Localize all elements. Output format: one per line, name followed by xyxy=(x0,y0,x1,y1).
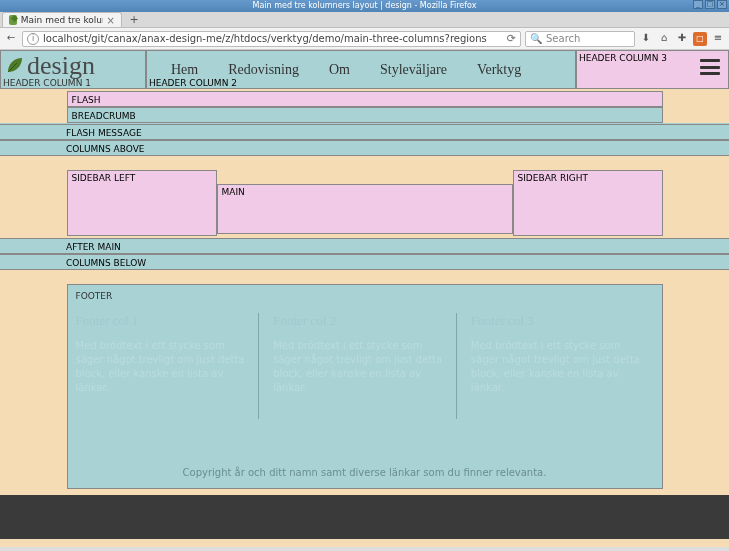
os-titlebar: Main med tre kolumners layout | design -… xyxy=(0,0,729,12)
browser-menu-icon[interactable]: ≡ xyxy=(711,32,725,46)
region-columns-below-label: COLUMNS BELOW xyxy=(66,258,146,268)
window-close-button[interactable]: × xyxy=(717,0,727,9)
nav-redovisning[interactable]: Redovisning xyxy=(228,62,299,78)
footer-col-2-title: Footer col 2 xyxy=(273,313,446,329)
header-col-1: design HEADER COLUMN 1 xyxy=(0,50,146,89)
browser-tabbar: Main med tre kolumner × + xyxy=(0,12,729,28)
sidebar-left: SIDEBAR LEFT xyxy=(67,170,217,236)
site-info-icon[interactable]: i xyxy=(27,33,39,45)
header-col-2: Hem Redovisning Om Styleväljare Verktyg … xyxy=(146,50,576,89)
sidebar-right: SIDEBAR RIGHT xyxy=(513,170,663,236)
nav-hem[interactable]: Hem xyxy=(171,62,198,78)
window-max-button[interactable]: □ xyxy=(705,0,715,9)
main-row: SIDEBAR LEFT MAIN SIDEBAR RIGHT xyxy=(67,170,663,236)
footer-col-3: Footer col 3 Med brödtext i ett stycke s… xyxy=(471,313,654,419)
footer-col-2: Footer col 2 Med brödtext i ett stycke s… xyxy=(273,313,457,419)
footer-col-1-body: Med brödtext i ett stycke som säger någo… xyxy=(76,339,249,395)
region-after-main: AFTER MAIN xyxy=(0,238,729,254)
logo-leaf-icon xyxy=(5,55,25,75)
browser-toolbar: ← i localhost/git/canax/anax-design-me/z… xyxy=(0,28,729,50)
extension-icon[interactable]: □ xyxy=(693,32,707,46)
favicon-icon xyxy=(9,15,17,25)
search-box[interactable]: 🔍 Search xyxy=(525,31,635,47)
reload-icon[interactable]: ⟳ xyxy=(507,32,516,45)
region-flash: FLASH xyxy=(67,91,663,107)
region-flash-message-label: FLASH MESSAGE xyxy=(66,128,142,138)
tab-title: Main med tre kolumner xyxy=(21,15,103,25)
download-icon[interactable]: ⬇ xyxy=(639,32,653,46)
main-region: MAIN xyxy=(217,184,513,234)
copyright: Copyright år och ditt namn samt diverse … xyxy=(76,457,654,478)
region-columns-below: COLUMNS BELOW xyxy=(0,254,729,270)
region-after-main-label: AFTER MAIN xyxy=(66,242,121,252)
region-flash-message: FLASH MESSAGE xyxy=(0,124,729,140)
footer-col-3-body: Med brödtext i ett stycke som säger någo… xyxy=(471,339,644,395)
header-col-3-label: HEADER COLUMN 3 xyxy=(579,53,667,63)
os-statusbar xyxy=(0,547,729,551)
url-text: localhost/git/canax/anax-design-me/z/htd… xyxy=(43,33,487,44)
tab-close-icon[interactable]: × xyxy=(107,15,115,26)
footer-col-2-body: Med brödtext i ett stycke som säger någo… xyxy=(273,339,446,395)
region-breadcrumb: BREADCRUMB xyxy=(67,107,663,123)
pocket-icon[interactable]: ✚ xyxy=(675,32,689,46)
region-columns-above-label: COLUMNS ABOVE xyxy=(66,144,145,154)
page-header: design HEADER COLUMN 1 Hem Redovisning O… xyxy=(0,50,729,89)
nav-verktyg[interactable]: Verktyg xyxy=(477,62,521,78)
footer-col-3-title: Footer col 3 xyxy=(471,313,644,329)
window-min-button[interactable]: _ xyxy=(693,0,703,9)
footer: FOOTER Footer col 1 Med brödtext i ett s… xyxy=(67,284,663,489)
header-col-1-label: HEADER COLUMN 1 xyxy=(1,78,91,88)
os-title: Main med tre kolumners layout | design -… xyxy=(253,0,477,12)
url-bar[interactable]: i localhost/git/canax/anax-design-me/z/h… xyxy=(22,31,521,47)
footer-label: FOOTER xyxy=(76,291,654,301)
browser-viewport: design HEADER COLUMN 1 Hem Redovisning O… xyxy=(0,50,729,551)
browser-tab[interactable]: Main med tre kolumner × xyxy=(2,12,122,27)
footer-col-1: Footer col 1 Med brödtext i ett stycke s… xyxy=(76,313,260,419)
region-columns-above: COLUMNS ABOVE xyxy=(0,140,729,156)
search-placeholder: Search xyxy=(546,33,580,44)
below-fold-dark xyxy=(0,495,729,539)
new-tab-button[interactable]: + xyxy=(126,13,142,27)
footer-col-1-title: Footer col 1 xyxy=(76,313,249,329)
nav-stylevaljare[interactable]: Styleväljare xyxy=(380,62,447,78)
hamburger-icon[interactable] xyxy=(700,59,720,75)
home-icon[interactable]: ⌂ xyxy=(657,32,671,46)
header-col-2-label: HEADER COLUMN 2 xyxy=(149,78,237,88)
header-col-3: HEADER COLUMN 3 xyxy=(576,50,729,89)
search-icon: 🔍 xyxy=(530,33,542,44)
back-button[interactable]: ← xyxy=(4,32,18,46)
nav-om[interactable]: Om xyxy=(329,62,350,78)
